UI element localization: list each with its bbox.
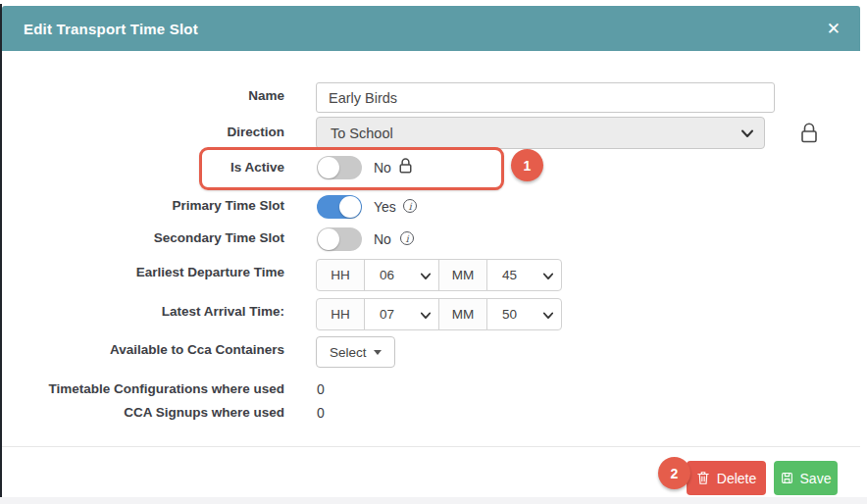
toggle-knob <box>318 228 339 250</box>
primary-time-slot-label: Primary Time Slot <box>0 197 284 215</box>
earliest-hh-value: 06 <box>380 268 394 282</box>
page-background-strip <box>0 497 867 504</box>
direction-label: Direction <box>0 124 284 141</box>
modal-header: Edit Transport Time Slot ✕ <box>2 6 860 51</box>
chevron-down-icon <box>543 273 553 280</box>
primary-time-slot-toggle[interactable] <box>317 195 362 219</box>
select-button-label: Select <box>330 345 367 360</box>
chevron-down-icon <box>421 312 431 320</box>
trash-icon <box>696 471 710 485</box>
latest-arrival-group: HH 07 MM 50 <box>316 298 562 330</box>
timetable-used-value: 0 <box>317 380 325 398</box>
chevron-down-icon <box>543 312 553 320</box>
direction-select[interactable]: To School <box>316 117 765 149</box>
secondary-time-slot-label: Secondary Time Slot <box>0 229 284 247</box>
primary-time-slot-state: Yes <box>374 198 396 216</box>
is-active-label: Is Active <box>0 159 284 176</box>
earliest-mm-value: 45 <box>502 268 517 282</box>
close-icon[interactable]: ✕ <box>827 6 841 51</box>
edit-transport-time-slot-modal: Edit Transport Time Slot ✕ Name Directio… <box>0 0 867 504</box>
earliest-hh-select[interactable]: 06 <box>364 259 439 291</box>
signups-used-value: 0 <box>317 404 325 422</box>
latest-mm-select[interactable]: 50 <box>486 298 562 330</box>
earliest-departure-group: HH 06 MM 45 <box>316 259 562 291</box>
lock-icon <box>799 122 819 144</box>
cca-containers-label: Available to Cca Containers <box>0 341 284 359</box>
latest-hh-select[interactable]: 07 <box>364 298 439 330</box>
timetable-used-label: Timetable Configurations where used <box>0 380 284 398</box>
info-icon: i <box>403 199 417 213</box>
toggle-knob <box>318 157 339 178</box>
signups-used-label: CCA Signups where used <box>0 404 284 422</box>
toggle-knob <box>339 196 361 218</box>
save-button-label: Save <box>800 471 832 486</box>
direction-selected-value: To School <box>331 126 393 141</box>
is-active-state: No <box>374 159 391 176</box>
latest-arrival-label: Latest Arrival Time: <box>0 303 284 321</box>
hh-addon: HH <box>316 259 365 291</box>
hh-addon: HH <box>316 298 365 330</box>
caret-down-icon <box>374 350 382 355</box>
annotation-badge-2: 2 <box>658 457 690 489</box>
chevron-down-icon <box>741 129 753 138</box>
secondary-time-slot-toggle[interactable] <box>317 227 362 251</box>
chevron-down-icon <box>421 273 431 280</box>
footer-divider <box>2 446 860 447</box>
name-label: Name <box>0 87 284 105</box>
cca-containers-select-button[interactable]: Select <box>316 336 395 368</box>
latest-hh-value: 07 <box>380 307 394 322</box>
lock-icon-small <box>398 157 413 175</box>
annotation-badge-1: 1 <box>511 149 543 181</box>
info-icon: i <box>400 231 414 245</box>
mm-addon: MM <box>438 298 487 330</box>
is-active-toggle[interactable] <box>317 156 362 179</box>
earliest-mm-select[interactable]: 45 <box>486 259 562 291</box>
latest-mm-value: 50 <box>502 307 517 322</box>
modal-title: Edit Transport Time Slot <box>24 21 198 37</box>
secondary-time-slot-state: No <box>374 230 391 248</box>
save-icon <box>781 472 793 484</box>
name-input[interactable] <box>316 82 775 113</box>
delete-button[interactable]: Delete <box>687 461 766 495</box>
mm-addon: MM <box>438 259 487 291</box>
save-button[interactable]: Save <box>774 461 838 495</box>
earliest-departure-label: Earliest Departure Time <box>0 264 284 281</box>
modal-left-edge <box>0 4 2 497</box>
delete-button-label: Delete <box>717 471 756 486</box>
